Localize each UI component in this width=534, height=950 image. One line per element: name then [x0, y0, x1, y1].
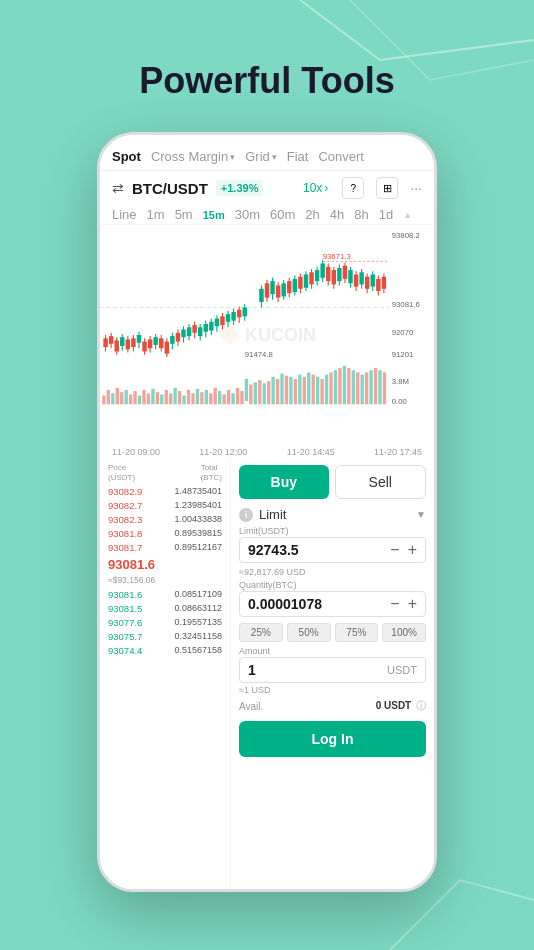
tf-15m[interactable]: 15m — [203, 209, 225, 221]
svg-rect-140 — [320, 264, 324, 278]
svg-rect-54 — [338, 368, 341, 404]
tab-fiat[interactable]: Fiat — [287, 149, 309, 164]
limit-input-row[interactable]: 92743.5 − + — [239, 537, 426, 563]
tab-cross-margin[interactable]: Cross Margin ▾ — [151, 149, 235, 164]
svg-rect-156 — [365, 277, 369, 289]
pct-100[interactable]: 100% — [382, 623, 426, 642]
limit-value: 92743.5 — [248, 542, 390, 558]
sell-order-4: 93081.8 0.89539815 — [100, 526, 230, 540]
svg-rect-31 — [236, 388, 239, 405]
expand-icon[interactable]: ▲ — [403, 210, 412, 220]
tf-30m[interactable]: 30m — [235, 207, 260, 222]
svg-rect-136 — [309, 272, 313, 284]
chart-watermark: 🔶 KUCOIN — [218, 324, 316, 346]
pct-50[interactable]: 50% — [287, 623, 331, 642]
tf-5m[interactable]: 5m — [175, 207, 193, 222]
svg-rect-14 — [160, 394, 163, 404]
svg-rect-86 — [159, 338, 163, 348]
sell-order-3: 93082.3 1.00433838 — [100, 512, 230, 526]
svg-rect-26 — [214, 388, 217, 405]
order-type-label: Limit — [259, 507, 410, 522]
pct-75[interactable]: 75% — [335, 623, 379, 642]
tf-1d[interactable]: 1d — [379, 207, 393, 222]
order-info-button[interactable]: i — [239, 508, 253, 522]
svg-rect-100 — [198, 327, 202, 336]
tf-1m[interactable]: 1m — [147, 207, 165, 222]
svg-rect-148 — [343, 266, 347, 279]
svg-rect-150 — [348, 270, 352, 283]
avail-label: Avail. — [239, 701, 263, 712]
amount-sub: ≈1 USD — [231, 685, 434, 697]
pair-name[interactable]: BTC/USDT — [132, 180, 208, 197]
svg-rect-50 — [320, 379, 323, 404]
grid-arrow: ▾ — [272, 152, 277, 162]
more-button[interactable]: ··· — [410, 180, 422, 196]
svg-rect-68 — [109, 336, 113, 344]
tf-8h[interactable]: 8h — [354, 207, 368, 222]
ts-3: 11-20 14:45 — [287, 447, 335, 457]
limit-decrease-button[interactable]: − — [390, 542, 399, 558]
svg-rect-116 — [243, 308, 247, 317]
cross-margin-arrow: ▾ — [230, 152, 235, 162]
buy-button[interactable]: Buy — [239, 465, 329, 499]
order-type-dropdown[interactable]: ▼ — [416, 509, 426, 520]
svg-rect-154 — [359, 272, 363, 284]
help-button[interactable]: ? — [342, 177, 364, 199]
svg-rect-9 — [138, 396, 141, 405]
svg-rect-110 — [226, 314, 230, 322]
svg-text:0.00: 0.00 — [392, 397, 407, 406]
svg-rect-144 — [332, 270, 336, 284]
svg-rect-158 — [371, 275, 375, 287]
tf-4h[interactable]: 4h — [330, 207, 344, 222]
svg-rect-17 — [173, 388, 176, 405]
svg-rect-5 — [120, 392, 123, 404]
pct-25[interactable]: 25% — [239, 623, 283, 642]
tf-60m[interactable]: 60m — [270, 207, 295, 222]
svg-rect-47 — [307, 372, 310, 404]
svg-rect-72 — [120, 337, 124, 346]
amount-input-row[interactable]: 1 USDT — [239, 657, 426, 683]
svg-text:92070: 92070 — [392, 328, 414, 337]
trading-panel: Buy Sell i Limit ▼ Limit(USDT) 92743.5 — [230, 459, 434, 889]
svg-rect-102 — [204, 324, 208, 332]
avail-info-icon[interactable]: ⓘ — [416, 700, 426, 711]
tf-2h[interactable]: 2h — [305, 207, 319, 222]
tab-convert[interactable]: Convert — [318, 149, 364, 164]
swap-icon[interactable]: ⇄ — [112, 180, 124, 196]
buy-order-5: 93074.4 0.51567158 — [100, 643, 230, 657]
limit-increase-button[interactable]: + — [408, 542, 417, 558]
leverage-button[interactable]: 10x › — [303, 181, 328, 195]
leverage-arrow: › — [324, 181, 328, 195]
qty-decrease-button[interactable]: − — [390, 596, 399, 612]
svg-rect-19 — [182, 396, 185, 405]
tf-line[interactable]: Line — [112, 207, 137, 222]
ts-4: 11-20 17:45 — [374, 447, 422, 457]
chart-settings-button[interactable]: ⊞ — [376, 177, 398, 199]
svg-rect-15 — [165, 390, 168, 404]
qty-input-row[interactable]: 0.00001078 − + — [239, 591, 426, 617]
svg-rect-43 — [289, 377, 292, 405]
svg-rect-142 — [326, 267, 330, 281]
svg-rect-11 — [147, 393, 150, 404]
svg-rect-8 — [133, 391, 136, 404]
sell-button[interactable]: Sell — [335, 465, 427, 499]
tab-grid[interactable]: Grid ▾ — [245, 149, 277, 164]
svg-rect-20 — [187, 390, 190, 404]
svg-rect-49 — [316, 377, 319, 405]
pct-row: 25% 50% 75% 100% — [231, 621, 434, 646]
svg-rect-22 — [196, 389, 199, 404]
svg-rect-33 — [245, 379, 248, 401]
buy-order-2: 93081.5 0.08663112 — [100, 601, 230, 615]
svg-rect-32 — [240, 391, 243, 404]
hero-title: Powerful Tools — [0, 0, 534, 132]
svg-rect-46 — [303, 377, 306, 405]
screen: Spot Cross Margin ▾ Grid ▾ Fiat Convert … — [100, 135, 434, 889]
tab-spot[interactable]: Spot — [112, 149, 141, 164]
svg-rect-80 — [142, 342, 146, 352]
pair-row: ⇄ BTC/USDT +1.39% 10x › ? ⊞ ··· — [100, 171, 434, 205]
svg-text:91474.8: 91474.8 — [245, 350, 273, 359]
svg-rect-84 — [153, 337, 157, 345]
svg-rect-90 — [170, 336, 174, 344]
login-button[interactable]: Log In — [239, 721, 426, 757]
qty-increase-button[interactable]: + — [408, 596, 417, 612]
